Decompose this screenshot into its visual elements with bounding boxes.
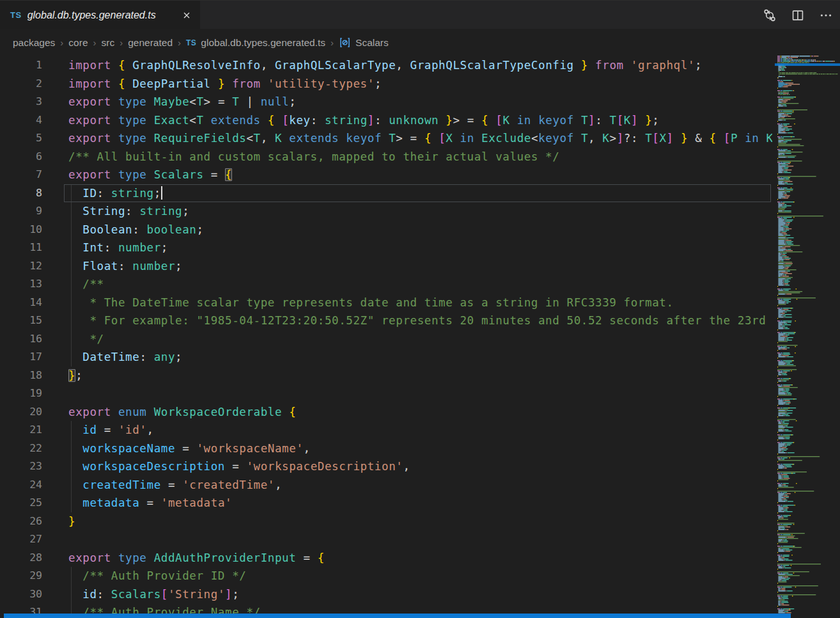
line-number: 16 xyxy=(0,330,42,349)
line-number: 30 xyxy=(0,585,42,604)
code-line[interactable]: 25 metadata = 'metadata' xyxy=(0,494,772,512)
code-text: export type Exact<T extends { [key: stri… xyxy=(42,111,772,130)
vscode-window: TS global.db.types.generated.ts xyxy=(0,0,840,618)
code-text: metadata = 'metadata' xyxy=(42,494,772,512)
editor-tab-bar: TS global.db.types.generated.ts xyxy=(0,0,840,29)
line-number: 15 xyxy=(0,312,42,330)
code-line[interactable]: 27 xyxy=(0,530,772,549)
code-line[interactable]: 12 Float: number; xyxy=(0,257,772,276)
breadcrumb-item-src[interactable]: src xyxy=(102,37,115,49)
line-number: 4 xyxy=(0,111,42,130)
line-number: 1 xyxy=(0,56,42,75)
line-number: 6 xyxy=(0,148,42,166)
breadcrumb-item-generated[interactable]: generated xyxy=(128,37,173,49)
code-text: import { GraphQLResolveInfo, GraphQLScal… xyxy=(42,56,772,75)
code-text: }; xyxy=(42,367,772,385)
breadcrumb-label: Scalars xyxy=(355,37,389,49)
close-tab-icon[interactable] xyxy=(180,8,194,22)
code-line[interactable]: 7export type Scalars = { xyxy=(0,166,772,184)
more-actions-icon[interactable] xyxy=(818,8,834,23)
indent-guide xyxy=(71,312,72,330)
code-text: export type Scalars = { xyxy=(42,166,772,184)
breadcrumb-item-core[interactable]: core xyxy=(68,37,88,49)
code-text xyxy=(42,384,772,403)
code-line[interactable]: 18}; xyxy=(0,367,772,385)
line-number: 7 xyxy=(0,166,42,184)
line-number: 12 xyxy=(0,257,42,276)
code-text: DateTime: any; xyxy=(42,348,772,367)
minimap[interactable] xyxy=(775,55,840,618)
code-line[interactable]: 13 /** xyxy=(0,275,772,294)
code-line[interactable]: 28export type AddAuthProviderInput = { xyxy=(0,549,772,567)
code-text: /** xyxy=(42,275,772,294)
code-line[interactable]: 26} xyxy=(0,512,772,531)
code-line[interactable]: 14 * The DateTime scalar type represents… xyxy=(0,294,772,312)
line-number: 5 xyxy=(0,129,42,148)
breadcrumb-item-packages[interactable]: packages xyxy=(13,37,55,49)
breadcrumb: packages›core›src›generated›TSglobal.db.… xyxy=(0,29,840,56)
line-number: 24 xyxy=(0,476,42,495)
indent-guide xyxy=(71,476,72,495)
code-line[interactable]: 23 workspaceDescription = 'workspaceDesc… xyxy=(0,457,772,476)
code-line[interactable]: 11 Int: number; xyxy=(0,239,772,257)
code-line[interactable]: 9 String: string; xyxy=(0,202,772,221)
code-line[interactable]: 15 * For example: "1985-04-12T23:20:50.5… xyxy=(0,312,772,330)
code-line[interactable]: 1import { GraphQLResolveInfo, GraphQLSca… xyxy=(0,56,772,75)
line-number: 3 xyxy=(0,93,42,111)
open-changes-icon[interactable] xyxy=(762,8,777,23)
breadcrumb-item-global-db-types-generated-ts[interactable]: TSglobal.db.types.generated.ts xyxy=(186,37,325,49)
breadcrumb-separator-icon: › xyxy=(178,37,181,48)
code-line[interactable]: 24 createdTime = 'createdTime', xyxy=(0,476,772,495)
code-line[interactable]: 4export type Exact<T extends { [key: str… xyxy=(0,111,772,130)
code-line[interactable]: 20export enum WorkspaceOrderable { xyxy=(0,403,772,422)
code-line[interactable]: 29 /** Auth Provider ID */ xyxy=(0,567,772,585)
breadcrumb-item-scalars[interactable]: Scalars xyxy=(339,36,389,49)
code-line[interactable]: 30 id: Scalars['String']; xyxy=(0,585,772,604)
tab-global-db-types-generated[interactable]: TS global.db.types.generated.ts xyxy=(0,1,200,29)
line-number: 13 xyxy=(0,275,42,294)
editor-actions xyxy=(762,1,834,29)
line-number: 8 xyxy=(0,184,42,203)
breadcrumb-label: global.db.types.generated.ts xyxy=(201,37,325,49)
line-number: 20 xyxy=(0,403,42,422)
line-number: 25 xyxy=(0,494,42,512)
breadcrumb-separator-icon: › xyxy=(331,37,334,48)
code-line[interactable]: 22 workspaceName = 'workspaceName', xyxy=(0,440,772,458)
breadcrumb-label: generated xyxy=(128,37,173,49)
code-editor[interactable]: 1import { GraphQLResolveInfo, GraphQLSca… xyxy=(0,56,772,618)
text-cursor xyxy=(161,186,162,200)
code-line[interactable]: 17 DateTime: any; xyxy=(0,348,772,367)
matched-bracket: { xyxy=(225,168,232,181)
indent-guide xyxy=(71,567,72,585)
line-number: 29 xyxy=(0,567,42,585)
line-number: 2 xyxy=(0,75,42,93)
code-text: * The DateTime scalar type represents da… xyxy=(42,294,772,312)
code-line[interactable]: 16 */ xyxy=(0,330,772,349)
code-line[interactable]: 8 ID: string; xyxy=(0,184,772,203)
breadcrumb-label: core xyxy=(68,37,88,49)
breadcrumb-label: packages xyxy=(13,37,55,49)
code-text: String: string; xyxy=(42,202,772,221)
code-line[interactable]: 19 xyxy=(0,384,772,403)
code-text: /** All built-in and custom scalars, map… xyxy=(42,148,772,166)
code-text: export enum WorkspaceOrderable { xyxy=(42,403,772,422)
code-text: id: Scalars['String']; xyxy=(42,585,772,604)
indent-guide xyxy=(71,457,72,476)
code-line[interactable]: 10 Boolean: boolean; xyxy=(0,221,772,239)
code-line[interactable]: 5export type RequireFields<T, K extends … xyxy=(0,129,772,148)
typescript-file-icon: TS xyxy=(10,10,22,20)
indent-guide xyxy=(71,421,72,440)
code-text: id = 'id', xyxy=(42,421,772,440)
code-text: createdTime = 'createdTime', xyxy=(42,476,772,495)
line-number: 27 xyxy=(0,530,42,549)
split-editor-icon[interactable] xyxy=(790,8,805,23)
code-line[interactable]: 3export type Maybe<T> = T | null; xyxy=(0,93,772,111)
indent-guide xyxy=(71,294,72,312)
code-line[interactable]: 21 id = 'id', xyxy=(0,421,772,440)
code-line[interactable]: 2import { DeepPartial } from 'utility-ty… xyxy=(0,75,772,93)
code-text: export type RequireFields<T, K extends k… xyxy=(42,129,772,148)
code-line[interactable]: 6/** All built-in and custom scalars, ma… xyxy=(0,148,772,166)
code-text: Boolean: boolean; xyxy=(42,221,772,239)
line-number: 10 xyxy=(0,221,42,239)
indent-guide xyxy=(71,239,72,257)
